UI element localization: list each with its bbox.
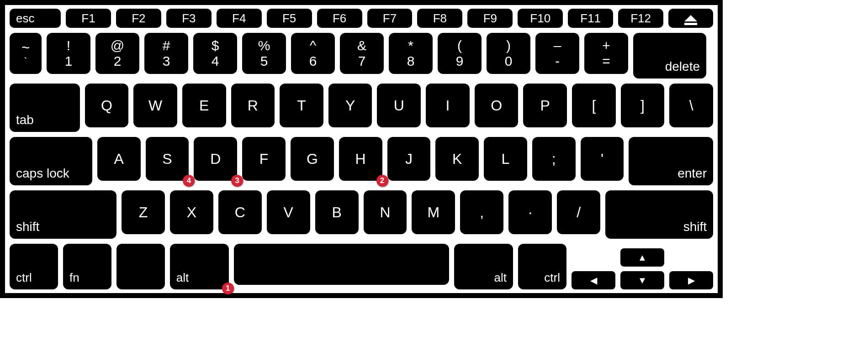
key-label-upper: ~ [21, 40, 30, 55]
key-arrow-left[interactable]: ◀ [572, 271, 615, 289]
key-label: F3 [182, 11, 196, 26]
key-2[interactable]: @2 [95, 33, 139, 74]
key-quote[interactable]: ' [581, 137, 624, 181]
key-shift-left[interactable]: shift [10, 190, 116, 239]
key-label: F6 [333, 11, 346, 26]
key-i[interactable]: I [426, 84, 470, 127]
annotation-badge-3: 3 [231, 175, 243, 187]
key-space[interactable] [234, 244, 449, 285]
key-n[interactable]: N [364, 190, 407, 234]
key-label: enter [677, 166, 707, 181]
key-comma[interactable]: , [460, 190, 503, 234]
key-label: X [187, 204, 196, 221]
key-m[interactable]: M [412, 190, 455, 234]
key-label: Z [139, 204, 148, 221]
key-9[interactable]: (9 [438, 33, 482, 74]
key-label: [ [592, 97, 596, 114]
key-arrow-right[interactable]: ▶ [669, 271, 713, 289]
key-semicolon[interactable]: ; [532, 137, 576, 181]
key-enter[interactable]: enter [629, 137, 713, 185]
key-alt-left[interactable]: alt 1 [170, 244, 229, 289]
key-esc[interactable]: esc [10, 9, 61, 28]
key-h[interactable]: H 2 [339, 137, 382, 181]
key-u[interactable]: U [377, 84, 421, 127]
key-p[interactable]: P [523, 84, 567, 127]
key-4[interactable]: $4 [193, 33, 237, 74]
key-q[interactable]: Q [85, 84, 129, 127]
key-label: K [452, 151, 462, 168]
key-label: \ [689, 97, 693, 114]
key-g[interactable]: G [291, 137, 334, 181]
key-right-bracket[interactable]: ] [621, 84, 665, 127]
key-a[interactable]: A [97, 137, 141, 181]
key-f8[interactable]: F8 [417, 9, 462, 28]
key-f7[interactable]: F7 [367, 9, 413, 28]
key-backslash[interactable]: \ [669, 84, 713, 127]
key-f4[interactable]: F4 [217, 9, 262, 28]
key-blank[interactable] [116, 244, 165, 289]
key-x[interactable]: X [170, 190, 213, 234]
key-k[interactable]: K [435, 137, 479, 181]
key-ctrl-left[interactable]: ctrl [10, 244, 58, 289]
key-j[interactable]: J [387, 137, 431, 181]
key-label: F11 [580, 11, 601, 26]
key-label-lower: - [555, 54, 560, 68]
key-f10[interactable]: F10 [518, 9, 563, 28]
key-label: esc [16, 11, 34, 26]
key-f5[interactable]: F5 [267, 9, 312, 28]
key-d[interactable]: D 3 [194, 137, 237, 181]
key-f6[interactable]: F6 [317, 9, 362, 28]
key-left-bracket[interactable]: [ [572, 84, 616, 127]
key-label: I [446, 97, 450, 114]
key-arrow-up[interactable]: ▲ [620, 248, 664, 267]
key-label: F12 [630, 11, 651, 26]
key-ctrl-right[interactable]: ctrl [518, 244, 566, 289]
key-alt-right[interactable]: alt [454, 244, 513, 289]
key-f9[interactable]: F9 [467, 9, 513, 28]
key-eject[interactable] [668, 9, 713, 28]
key-3[interactable]: #3 [144, 33, 188, 74]
key-period[interactable]: · [508, 190, 552, 234]
key-label: F4 [232, 11, 246, 26]
key-f12[interactable]: F12 [618, 9, 663, 28]
number-row: ~` !1 @2 #3 $4 %5 ^6 &7 *8 (9 )0 –- += d… [10, 33, 713, 79]
key-f1[interactable]: F1 [66, 9, 111, 28]
key-minus[interactable]: –- [535, 33, 579, 74]
key-5[interactable]: %5 [242, 33, 286, 74]
key-e[interactable]: E [182, 84, 226, 127]
key-z[interactable]: Z [122, 190, 165, 234]
key-backtick[interactable]: ~` [10, 33, 42, 74]
key-8[interactable]: *8 [389, 33, 433, 74]
key-equals[interactable]: += [584, 33, 628, 74]
key-o[interactable]: O [475, 84, 519, 127]
key-label-lower: 6 [309, 54, 317, 68]
key-0[interactable]: )0 [487, 33, 530, 74]
key-7[interactable]: &7 [340, 33, 384, 74]
key-f2[interactable]: F2 [116, 9, 161, 28]
key-6[interactable]: ^6 [291, 33, 335, 74]
key-v[interactable]: V [267, 190, 310, 234]
key-s[interactable]: S 4 [146, 137, 189, 181]
key-1[interactable]: !1 [47, 33, 90, 74]
key-label: N [380, 204, 390, 221]
key-l[interactable]: L [484, 137, 527, 181]
key-f11[interactable]: F11 [568, 9, 613, 28]
key-caps-lock[interactable]: caps lock [10, 137, 92, 185]
key-w[interactable]: W [133, 84, 177, 127]
key-label: M [428, 204, 440, 221]
key-r[interactable]: R [231, 84, 275, 127]
key-shift-right[interactable]: shift [605, 190, 713, 239]
key-y[interactable]: Y [328, 84, 372, 127]
key-b[interactable]: B [315, 190, 359, 234]
key-t[interactable]: T [280, 84, 323, 127]
key-delete[interactable]: delete [633, 33, 706, 79]
key-slash[interactable]: / [557, 190, 600, 234]
key-label: G [307, 151, 318, 168]
key-c[interactable]: C [218, 190, 262, 234]
key-f3[interactable]: F3 [166, 9, 212, 28]
key-label-lower: 3 [163, 54, 170, 68]
key-f[interactable]: F [242, 137, 286, 181]
key-tab[interactable]: tab [10, 84, 80, 132]
key-fn[interactable]: fn [63, 244, 111, 289]
key-arrow-down[interactable]: ▼ [620, 271, 664, 289]
